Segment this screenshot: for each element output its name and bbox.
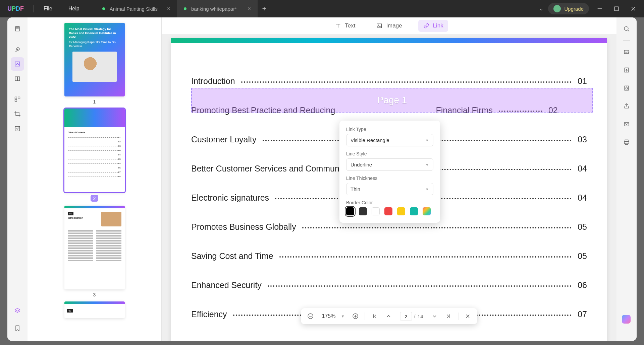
total-pages: 14 bbox=[418, 314, 423, 319]
app-logo: UPDF bbox=[0, 5, 31, 12]
thumb-number: 3 bbox=[93, 292, 96, 297]
toc-row: Introduction01 bbox=[191, 76, 587, 86]
bookmark-tool[interactable] bbox=[11, 322, 24, 335]
organize-tool[interactable] bbox=[11, 92, 24, 106]
zoom-level: 175% bbox=[319, 313, 339, 319]
line-thickness-select[interactable]: Thin▼ bbox=[346, 183, 433, 195]
ai-assistant-button[interactable] bbox=[622, 315, 631, 324]
email-button[interactable] bbox=[620, 118, 633, 131]
document-canvas: Text Image Link Introduction01 Promoting… bbox=[162, 17, 616, 341]
line-thickness-label: Line Thickness bbox=[346, 176, 433, 181]
tab-modified-icon bbox=[102, 7, 105, 10]
ocr-button[interactable]: OCR bbox=[620, 45, 633, 59]
upgrade-label: Upgrade bbox=[564, 6, 584, 12]
titlebar: UPDF File Help Animal Painting Skills × … bbox=[0, 0, 644, 17]
search-button[interactable] bbox=[620, 22, 633, 36]
color-yellow[interactable] bbox=[397, 207, 405, 215]
svg-rect-8 bbox=[15, 77, 17, 81]
border-color-label: Border Color bbox=[346, 200, 433, 205]
tabs-overflow-icon[interactable]: ⌄ bbox=[539, 6, 543, 11]
annotate-tool[interactable] bbox=[11, 43, 24, 56]
link-target-label: Page 1 bbox=[377, 95, 407, 106]
close-pagebar-button[interactable] bbox=[462, 310, 474, 322]
toc-row: Saving Cost and Time05 bbox=[191, 251, 587, 261]
toc-row: Enhanced Security06 bbox=[191, 280, 587, 290]
link-type-select[interactable]: Visible Rectangle▼ bbox=[346, 134, 433, 146]
thumb-title: The Most Crucial Strategy for Banks and … bbox=[69, 27, 120, 39]
form-tool[interactable] bbox=[11, 122, 24, 135]
link-tool-label: Link bbox=[433, 22, 443, 29]
text-tool-button[interactable]: Text bbox=[330, 20, 360, 32]
tab-title: banking whitepapar* bbox=[191, 6, 237, 12]
reader-tool[interactable] bbox=[11, 22, 24, 36]
prev-page-button[interactable] bbox=[382, 310, 394, 322]
thumb-sub: for Managing Paper It's Time to Go Paper… bbox=[69, 41, 120, 48]
svg-rect-7 bbox=[15, 62, 19, 66]
thumbnail-panel: The Most Crucial Strategy for Banks and … bbox=[28, 17, 162, 341]
layers-tool[interactable] bbox=[11, 304, 24, 318]
close-window-button[interactable] bbox=[627, 3, 639, 15]
svg-rect-1 bbox=[614, 7, 619, 11]
next-page-button[interactable] bbox=[428, 310, 440, 322]
edit-tool[interactable] bbox=[11, 57, 24, 71]
tab-banking-whitepaper[interactable]: banking whitepapar* × bbox=[177, 0, 258, 17]
tab-close-button[interactable]: × bbox=[248, 5, 251, 12]
image-tool-button[interactable]: Image bbox=[371, 20, 407, 32]
edit-toolbar: Text Image Link bbox=[162, 17, 616, 34]
svg-rect-13 bbox=[15, 126, 19, 131]
link-type-label: Link Type bbox=[346, 127, 433, 132]
tab-modified-icon bbox=[184, 7, 186, 10]
minimize-button[interactable] bbox=[594, 3, 606, 15]
color-teal[interactable] bbox=[410, 207, 418, 215]
upgrade-button[interactable]: Upgrade bbox=[548, 3, 589, 14]
line-style-select[interactable]: Underline▼ bbox=[346, 158, 433, 171]
zoom-in-button[interactable] bbox=[349, 310, 361, 322]
thumbnail-page-2[interactable]: Table of Contents 01 02 03 04 04 05 05 0… bbox=[64, 109, 125, 192]
new-tab-button[interactable]: + bbox=[258, 0, 271, 17]
thumb-header: Table of Contents bbox=[68, 131, 121, 133]
zoom-out-button[interactable] bbox=[305, 310, 317, 322]
thumbnail-page-1[interactable]: The Most Crucial Strategy for Banks and … bbox=[64, 23, 125, 96]
chevron-down-icon: ▼ bbox=[425, 138, 429, 142]
page-control-bar: 175% ▼ 2 / 14 bbox=[301, 308, 477, 324]
page-tool[interactable] bbox=[11, 72, 24, 85]
export-button[interactable] bbox=[620, 63, 633, 77]
protect-button[interactable] bbox=[620, 81, 633, 95]
color-black[interactable] bbox=[346, 207, 354, 215]
link-tool-button[interactable]: Link bbox=[418, 20, 448, 32]
tab-animal-painting[interactable]: Animal Painting Skills × bbox=[96, 0, 177, 17]
svg-text:OCR: OCR bbox=[625, 51, 630, 53]
first-page-button[interactable] bbox=[368, 310, 380, 322]
thumb-number: 1 bbox=[93, 99, 96, 105]
color-custom[interactable] bbox=[423, 207, 431, 215]
color-white[interactable] bbox=[372, 207, 380, 215]
thumb-badge: 01 bbox=[68, 212, 74, 215]
page-input[interactable]: 2 bbox=[400, 312, 412, 321]
thumbnail-page-4[interactable]: 02 bbox=[64, 301, 125, 318]
svg-rect-15 bbox=[377, 24, 382, 28]
svg-rect-11 bbox=[18, 97, 20, 99]
line-style-label: Line Style bbox=[346, 151, 433, 156]
svg-marker-14 bbox=[15, 308, 20, 311]
tab-close-button[interactable]: × bbox=[167, 5, 170, 12]
thumbnail-page-3[interactable]: 01 Introduction bbox=[64, 206, 125, 289]
maximize-button[interactable] bbox=[610, 3, 623, 15]
last-page-button[interactable] bbox=[442, 310, 454, 322]
menu-file[interactable]: File bbox=[36, 6, 60, 12]
crop-tool[interactable] bbox=[11, 107, 24, 121]
menu-help[interactable]: Help bbox=[60, 6, 88, 12]
svg-rect-12 bbox=[15, 99, 17, 101]
svg-rect-35 bbox=[625, 140, 628, 142]
share-button[interactable] bbox=[620, 99, 633, 113]
thumb-heading: Introduction bbox=[68, 216, 99, 219]
left-tool-rail bbox=[7, 17, 28, 341]
print-button[interactable] bbox=[620, 136, 633, 149]
color-dark-gray[interactable] bbox=[359, 207, 367, 215]
svg-rect-9 bbox=[17, 77, 20, 81]
tab-title: Animal Painting Skills bbox=[110, 6, 158, 12]
color-red[interactable] bbox=[384, 207, 392, 215]
zoom-menu-button[interactable]: ▼ bbox=[341, 314, 344, 318]
selected-link-annotation[interactable]: Page 1 bbox=[191, 88, 593, 113]
thumb-number: 2 bbox=[91, 195, 99, 202]
color-swatches bbox=[346, 207, 433, 215]
